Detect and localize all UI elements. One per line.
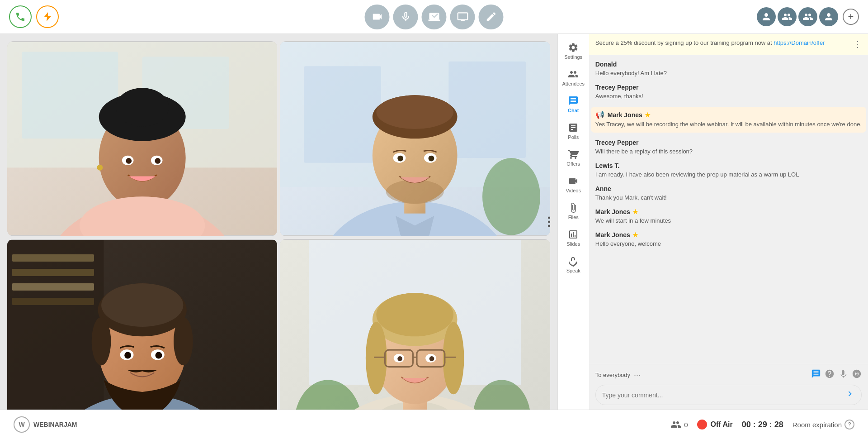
chat-msg-text-trecey-1: Awesome, thanks! bbox=[595, 92, 862, 100]
video-area bbox=[0, 34, 557, 410]
bottom-status-bar: W WEBINARJAM 0 Off Air 00 : 29 : 28 Room… bbox=[0, 410, 868, 439]
chat-message-mark-2: Mark Jones ★ We will start in a few minu… bbox=[595, 208, 862, 225]
sidebar-speak-label: Speak bbox=[566, 268, 580, 273]
phone-button[interactable] bbox=[9, 5, 32, 28]
right-panel: Settings Attendees Chat Po bbox=[557, 34, 868, 410]
lightning-button[interactable] bbox=[36, 5, 59, 28]
pencil-button[interactable] bbox=[479, 5, 504, 29]
sidebar-item-attendees[interactable]: Attendees bbox=[559, 65, 588, 90]
chat-msg-name-anne: Anne bbox=[595, 185, 862, 192]
video-grid bbox=[0, 34, 557, 410]
top-toolbar: + bbox=[0, 0, 868, 34]
chat-msg-name-mark-3: Mark Jones ★ bbox=[595, 231, 862, 239]
on-air-button[interactable]: Off Air bbox=[697, 420, 733, 429]
top-left-controls bbox=[9, 5, 59, 28]
sidebar-item-slides[interactable]: Slides bbox=[559, 225, 588, 250]
chat-message-donald: Donald Hello everybody! Am I late? bbox=[595, 61, 862, 77]
chat-send-button[interactable] bbox=[845, 389, 855, 401]
video-cell-1 bbox=[7, 41, 277, 236]
sidebar-slides-label: Slides bbox=[566, 241, 580, 247]
sidebar-videos-label: Videos bbox=[566, 188, 581, 193]
sidebar-item-videos[interactable]: Videos bbox=[559, 172, 588, 197]
screen-share-button[interactable] bbox=[422, 5, 447, 29]
svg-rect-35 bbox=[12, 298, 94, 305]
room-expiration: Room expiration ? bbox=[793, 420, 854, 429]
svg-point-40 bbox=[101, 283, 183, 327]
monitor-button[interactable] bbox=[450, 5, 475, 29]
chat-message-trecey-1: Trecey Pepper Awesome, thanks! bbox=[595, 84, 862, 100]
on-air-label: Off Air bbox=[711, 420, 733, 429]
chat-type-button[interactable] bbox=[811, 369, 821, 381]
chat-message-mark-1: 📢 Mark Jones ★ Yes Tracey, we will be re… bbox=[591, 107, 866, 132]
svg-point-56 bbox=[377, 293, 454, 336]
chat-to-row: To everybody ··· bbox=[595, 369, 862, 381]
chat-input-area: To everybody ··· bbox=[589, 364, 868, 410]
svg-point-67 bbox=[429, 356, 434, 361]
announcement-link[interactable]: https://Domain/offer bbox=[774, 39, 825, 46]
participant-4-video bbox=[280, 239, 550, 410]
chat-message-trecey-2: Trecey Pepper Will there be a replay of … bbox=[595, 139, 862, 156]
svg-point-66 bbox=[398, 356, 403, 361]
sidebar-item-chat[interactable]: Chat bbox=[559, 92, 588, 117]
room-expiration-help-icon[interactable]: ? bbox=[844, 420, 854, 429]
participant-3-video bbox=[7, 239, 277, 410]
avatar-group bbox=[757, 7, 838, 26]
avatar-2 bbox=[778, 7, 797, 26]
media-toolbar bbox=[365, 5, 504, 29]
announcement-more-button[interactable]: ⋮ bbox=[854, 39, 862, 49]
sidebar-item-files[interactable]: Files bbox=[559, 199, 588, 224]
svg-rect-17 bbox=[304, 66, 382, 162]
mic-toggle-button[interactable] bbox=[393, 5, 418, 29]
video-cell-4 bbox=[280, 239, 550, 410]
chat-msg-text-mark-3: Hello everyone, welcome bbox=[595, 240, 862, 248]
chat-msg-name-mark-1: 📢 Mark Jones ★ bbox=[595, 110, 862, 119]
session-timer: 00 : 29 : 28 bbox=[742, 420, 783, 429]
logo-icon: W bbox=[14, 416, 30, 433]
sidebar-nav: Settings Attendees Chat Po bbox=[557, 34, 589, 410]
sidebar-item-polls[interactable]: Polls bbox=[559, 119, 588, 143]
sidebar-item-offers[interactable]: Offers bbox=[559, 145, 588, 170]
chat-msg-name-donald: Donald bbox=[595, 61, 862, 68]
chat-emoji-button[interactable] bbox=[852, 369, 862, 381]
announcement-body: Secure a 25% discount by signing up to o… bbox=[595, 39, 774, 46]
svg-rect-33 bbox=[12, 269, 94, 276]
on-air-indicator bbox=[697, 420, 707, 429]
sidebar-files-label: Files bbox=[568, 215, 579, 220]
video-cell-3 bbox=[7, 239, 277, 410]
attendees-icon bbox=[670, 419, 681, 430]
chat-voice-button[interactable] bbox=[838, 369, 848, 381]
svg-point-24 bbox=[377, 95, 454, 129]
svg-point-42 bbox=[174, 317, 193, 365]
sidebar-item-speak[interactable]: Speak bbox=[559, 252, 588, 277]
chat-message-anne: Anne Thank you Mark, can't wait! bbox=[595, 185, 862, 202]
chat-message-lewis: Lewis T. I am ready. I have also been re… bbox=[595, 162, 862, 179]
chat-to-options-button[interactable]: ··· bbox=[634, 370, 641, 380]
svg-point-28 bbox=[398, 156, 404, 162]
svg-point-13 bbox=[97, 165, 103, 171]
chat-msg-name-mark-2: Mark Jones ★ bbox=[595, 208, 862, 215]
add-participant-button[interactable]: + bbox=[843, 9, 859, 25]
svg-rect-34 bbox=[12, 283, 94, 291]
chat-to-label: To everybody bbox=[595, 372, 630, 378]
announcement-text: Secure a 25% discount by signing up to o… bbox=[595, 39, 825, 46]
chat-messages-container: Donald Hello everybody! Am I late? Trece… bbox=[589, 55, 868, 364]
attendees-number: 0 bbox=[684, 421, 688, 429]
video-cell-2 bbox=[280, 41, 550, 236]
announcement-banner: Secure a 25% discount by signing up to o… bbox=[589, 34, 868, 55]
chat-question-button[interactable] bbox=[825, 369, 835, 381]
chat-msg-text-donald: Hello everybody! Am I late? bbox=[595, 69, 862, 77]
chat-input-row bbox=[595, 385, 862, 405]
participant-2-video bbox=[280, 41, 550, 236]
svg-point-57 bbox=[366, 322, 387, 394]
video-more-options-button[interactable] bbox=[548, 217, 550, 227]
chat-comment-input[interactable] bbox=[602, 391, 841, 399]
chat-msg-name-lewis: Lewis T. bbox=[595, 162, 862, 169]
camera-toggle-button[interactable] bbox=[365, 5, 390, 29]
sidebar-polls-label: Polls bbox=[568, 134, 579, 140]
chat-msg-name-trecey-2: Trecey Pepper bbox=[595, 139, 862, 146]
sidebar-item-settings[interactable]: Settings bbox=[559, 38, 588, 63]
svg-rect-18 bbox=[449, 62, 526, 158]
svg-rect-32 bbox=[12, 254, 94, 262]
chat-message-mark-3: Mark Jones ★ Hello everyone, welcome bbox=[595, 231, 862, 248]
avatar-3 bbox=[798, 7, 817, 26]
